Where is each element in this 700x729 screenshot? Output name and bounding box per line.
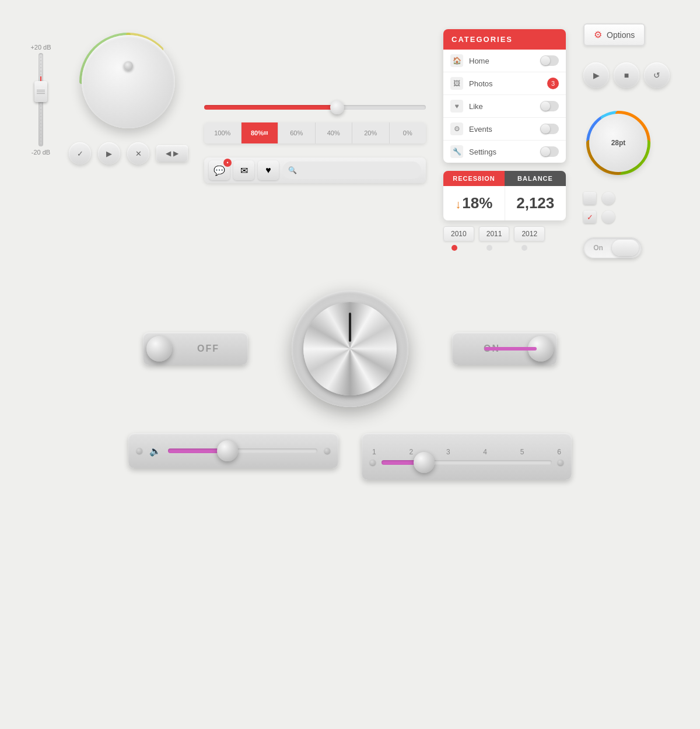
knob-pointer <box>349 313 351 342</box>
volume-knob-wrapper[interactable] <box>76 29 181 134</box>
cat-item-like[interactable]: ♥ Like <box>443 95 566 118</box>
big-metal-knob-inner <box>303 302 397 395</box>
home-label: Home <box>469 57 534 65</box>
thumb-line-1 <box>37 90 45 90</box>
dot-2010 <box>452 245 457 251</box>
down-arrow-icon: ↓ <box>455 198 461 211</box>
big-metal-knob-outer[interactable] <box>292 290 408 407</box>
small-circle-1[interactable] <box>602 192 615 205</box>
screw-3 <box>370 460 376 465</box>
year-2011[interactable]: 2011 <box>479 226 510 241</box>
num-4: 4 <box>483 448 487 456</box>
toggle-pill <box>612 240 639 256</box>
dot-2011 <box>487 245 492 251</box>
play-button[interactable]: ▶ <box>583 62 609 88</box>
play-small-button[interactable]: ▶ <box>98 142 120 164</box>
knob-indicator-dot <box>124 61 133 71</box>
pink-fill-indicator <box>484 347 537 351</box>
small-elements-section: ✓ <box>583 192 615 223</box>
segment-100[interactable]: 100% <box>204 122 242 143</box>
photos-badge: 3 <box>547 78 559 89</box>
events-icon: ⚙ <box>450 122 463 135</box>
home-toggle[interactable] <box>540 55 559 66</box>
big-metal-knob-wrapper <box>283 282 417 416</box>
segment-80[interactable]: 80%III <box>242 122 279 143</box>
prev-next-button[interactable]: ◀ ▶ <box>156 145 188 162</box>
number-labels: 1 2 3 4 5 6 <box>370 448 564 456</box>
metal-toggle-off[interactable]: OFF <box>143 332 248 365</box>
color-knob-wrapper[interactable]: 28pt <box>583 108 653 178</box>
categories-header: CATEGORIES <box>443 29 566 50</box>
sliders-row: 🔈 1 2 3 4 5 6 <box>23 433 677 480</box>
cat-item-settings[interactable]: 🔧 Settings <box>443 141 566 163</box>
options-button[interactable]: ⚙ Options <box>583 23 645 46</box>
mail-button[interactable]: ✉ <box>233 160 254 180</box>
like-toggle[interactable] <box>540 101 559 111</box>
settings-toggle[interactable] <box>540 146 559 157</box>
home-toggle-knob <box>541 56 550 65</box>
cat-item-photos[interactable]: 🖼 Photos 3 <box>443 72 566 95</box>
close-button[interactable]: ✕ <box>127 142 149 164</box>
toolbar: 💬 • ✉ ♥ 🔍 <box>204 157 426 183</box>
search-bar[interactable]: 🔍 <box>282 162 421 179</box>
metal-slider-thumb[interactable] <box>217 440 238 461</box>
right-panel: ⚙ Options ▶ ■ ↺ <box>583 23 670 258</box>
chat-badge: • <box>223 159 232 167</box>
number-slider-thumb[interactable] <box>414 452 435 473</box>
photos-icon: 🖼 <box>450 77 463 90</box>
search-icon: 🔍 <box>288 166 297 174</box>
year-tabs-section: 2010 2011 2012 <box>443 226 566 254</box>
checkbox-checked[interactable]: ✓ <box>583 211 596 223</box>
stats-header: RECES8ION BALANCE <box>443 171 566 186</box>
events-toggle[interactable] <box>540 124 559 134</box>
segment-40[interactable]: 40% <box>316 122 353 143</box>
balance-header: BALANCE <box>505 171 566 186</box>
volume-knob[interactable] <box>82 35 175 128</box>
number-slider-track[interactable] <box>382 460 552 465</box>
screw-4 <box>558 460 564 465</box>
color-knob[interactable]: 28pt <box>589 114 648 172</box>
metal-slider-track[interactable] <box>168 448 317 453</box>
cat-item-home[interactable]: 🏠 Home <box>443 50 566 72</box>
cat-item-events[interactable]: ⚙ Events <box>443 118 566 141</box>
on-off-toggle[interactable]: On Off <box>583 237 642 258</box>
options-label: Options <box>607 30 635 40</box>
vertical-slider-thumb[interactable] <box>34 81 47 102</box>
db-bottom-label: -20 dB <box>32 149 50 156</box>
num-2: 2 <box>409 448 413 456</box>
stats-box: RECES8ION BALANCE ↓18% 2,123 <box>443 171 566 220</box>
big-metal-knob-container <box>283 282 417 416</box>
vertical-slider-track[interactable] <box>38 53 43 146</box>
metal-toggle-on[interactable]: ON <box>452 332 557 365</box>
refresh-button[interactable]: ↺ <box>644 62 670 88</box>
small-square-1[interactable] <box>583 192 596 205</box>
segment-60[interactable]: 60% <box>278 122 316 143</box>
events-toggle-knob <box>541 124 550 134</box>
num-6: 6 <box>557 448 561 456</box>
small-row-1 <box>583 192 615 205</box>
segment-20[interactable]: 20% <box>352 122 390 143</box>
horizontal-slider-thumb[interactable] <box>330 100 344 114</box>
events-label: Events <box>469 125 534 134</box>
num-5: 5 <box>520 448 524 456</box>
small-circle-2[interactable] <box>602 211 615 223</box>
chat-button[interactable]: 💬 • <box>209 160 230 180</box>
year-2012[interactable]: 2012 <box>514 226 545 241</box>
like-icon: ♥ <box>450 100 463 113</box>
check-button[interactable]: ✓ <box>69 142 91 164</box>
thumb-line-3 <box>37 93 45 94</box>
year-2010[interactable]: 2010 <box>443 226 474 241</box>
number-track-row <box>370 460 564 465</box>
heart-button[interactable]: ♥ <box>258 160 279 180</box>
stop-button[interactable]: ■ <box>614 62 639 88</box>
gear-icon: ⚙ <box>594 29 602 40</box>
small-row-2: ✓ <box>583 211 615 223</box>
segment-control: 100% 80%III 60% 40% 20% 0% <box>204 122 426 143</box>
segment-0[interactable]: 0% <box>390 122 426 143</box>
speaker-icon: 🔈 <box>149 446 161 457</box>
horizontal-slider-track[interactable] <box>204 105 426 110</box>
metal-knob-off <box>146 336 172 362</box>
metal-slider: 🔈 <box>128 433 338 468</box>
db-top-label: +20 dB <box>30 44 51 51</box>
screw-2 <box>324 448 330 454</box>
